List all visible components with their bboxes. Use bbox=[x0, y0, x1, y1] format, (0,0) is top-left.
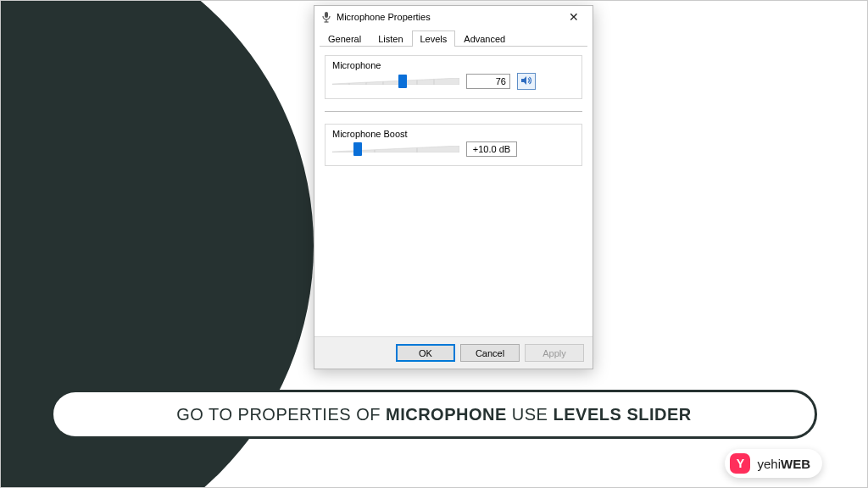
microphone-boost-label: Microphone Boost bbox=[332, 129, 575, 139]
tab-levels[interactable]: Levels bbox=[412, 30, 456, 47]
close-icon[interactable]: ✕ bbox=[562, 10, 586, 24]
microphone-label: Microphone bbox=[332, 60, 575, 70]
caption-seg-2: MICROPHONE bbox=[386, 405, 507, 424]
microphone-icon bbox=[321, 11, 331, 23]
tab-listen[interactable]: Listen bbox=[370, 30, 411, 47]
logo-part-1: yehi bbox=[757, 457, 781, 471]
dialog-title: Microphone Properties bbox=[337, 12, 562, 22]
microphone-value[interactable]: 76 bbox=[466, 74, 510, 89]
slider-track-icon bbox=[332, 78, 459, 85]
caption-seg-3: USE bbox=[507, 405, 554, 424]
yehiweb-logo: Y yehiWEB bbox=[725, 449, 822, 478]
microphone-level-group: Microphone bbox=[325, 55, 582, 99]
svg-marker-10 bbox=[521, 76, 526, 85]
cancel-button[interactable]: Cancel bbox=[460, 344, 520, 362]
tab-strip: General Listen Levels Advanced bbox=[314, 28, 593, 47]
ok-button[interactable]: OK bbox=[396, 344, 455, 362]
group-separator bbox=[325, 111, 582, 112]
caption-seg-1: GO TO PROPERTIES OF bbox=[176, 405, 386, 424]
svg-rect-0 bbox=[325, 12, 328, 18]
instruction-caption: GO TO PROPERTIES OF MICROPHONE USE LEVEL… bbox=[51, 390, 817, 439]
slider-track-icon bbox=[332, 146, 459, 152]
microphone-properties-dialog: Microphone Properties ✕ General Listen L… bbox=[314, 5, 593, 369]
svg-marker-11 bbox=[332, 146, 459, 152]
tab-advanced[interactable]: Advanced bbox=[455, 30, 514, 47]
logo-text: yehiWEB bbox=[757, 457, 810, 471]
dialog-button-row: OK Cancel Apply bbox=[314, 336, 593, 369]
mute-button[interactable] bbox=[517, 73, 536, 90]
speaker-icon bbox=[520, 75, 532, 87]
logo-part-2: WEB bbox=[781, 457, 810, 471]
boost-slider-thumb[interactable] bbox=[353, 142, 362, 156]
microphone-slider[interactable] bbox=[332, 74, 459, 89]
tab-body-levels: Microphone bbox=[314, 47, 593, 335]
caption-seg-4: LEVELS SLIDER bbox=[554, 405, 692, 424]
boost-slider[interactable] bbox=[332, 141, 459, 157]
boost-value[interactable]: +10.0 dB bbox=[466, 141, 517, 157]
microphone-slider-thumb[interactable] bbox=[398, 75, 407, 88]
microphone-boost-group: Microphone Boost +10.0 dB bbox=[325, 124, 582, 166]
apply-button: Apply bbox=[525, 344, 584, 362]
titlebar[interactable]: Microphone Properties ✕ bbox=[314, 6, 593, 28]
svg-marker-3 bbox=[332, 78, 459, 85]
logo-mark-icon: Y bbox=[730, 453, 750, 474]
tab-general[interactable]: General bbox=[320, 30, 370, 47]
